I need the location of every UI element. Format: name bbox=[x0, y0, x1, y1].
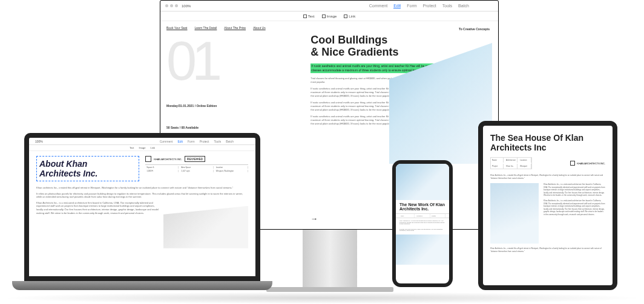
phone-device: The New Work Of Klan Architects Inc. Nam… bbox=[392, 160, 453, 287]
brand-row: KHAN ARCHITECTS INC. REVIEWED bbox=[145, 156, 248, 162]
laptop-base bbox=[12, 281, 272, 290]
paragraph: Khan architects Inc., created this off-g… bbox=[36, 186, 248, 190]
grid-cell: Khan Inc. bbox=[505, 164, 518, 169]
grid-h2: Area Space bbox=[180, 166, 213, 169]
tab-tools[interactable]: Tools bbox=[214, 140, 222, 143]
nav-price[interactable]: About The Price bbox=[224, 26, 246, 30]
tablet-device: The Sea House Of Klan Architects Inc Nam… bbox=[478, 121, 617, 290]
phone-grid: Name Architecture Location bbox=[396, 213, 449, 218]
text-tool[interactable]: Text bbox=[303, 15, 315, 18]
tab-protect[interactable]: Protect bbox=[423, 4, 436, 8]
monitor-base bbox=[266, 287, 393, 292]
tablet-title: The Sea House Of Klan Architects Inc bbox=[490, 133, 605, 152]
brand-row: KHAN ARCHITECTS INC. bbox=[570, 157, 605, 169]
doc-nav: Book Your Seat Learn The Detail About Th… bbox=[166, 26, 296, 30]
grid-cell: Architecture bbox=[505, 158, 518, 163]
image-tool[interactable]: Image bbox=[322, 15, 337, 18]
floor-shadow bbox=[0, 292, 644, 304]
paragraph: Khan Architects Inc., created this off-g… bbox=[490, 174, 605, 179]
subtitle: To Creative Concepts bbox=[310, 27, 490, 31]
window-controls[interactable] bbox=[165, 4, 178, 7]
building-image bbox=[490, 183, 539, 244]
tab-comment[interactable]: Comment bbox=[160, 140, 173, 143]
seats-line: 50 Seats / 08 Available bbox=[166, 126, 296, 129]
tab-batch[interactable]: Batch bbox=[226, 140, 234, 143]
nav-learn[interactable]: Learn The Detail bbox=[194, 26, 217, 30]
grid-h1: Square ft. bbox=[145, 166, 179, 169]
text-tool[interactable]: Text bbox=[130, 146, 134, 149]
main-tabs: Comment Edit Form Protect Tools Batch bbox=[369, 4, 469, 8]
link-icon bbox=[344, 15, 347, 18]
grid-cell: Project bbox=[491, 164, 504, 169]
tab-form[interactable]: Form bbox=[188, 140, 195, 143]
about-heading-selected[interactable]: About KhanArchitects Inc. bbox=[36, 156, 139, 181]
reviewed-stamp: REVIEWED bbox=[185, 156, 206, 162]
zoom-level[interactable]: 100% bbox=[182, 4, 191, 8]
tab-edit[interactable]: Edit bbox=[177, 140, 183, 143]
paragraph: Khan Architects Inc., is a mid-sized arc… bbox=[544, 183, 605, 197]
laptop-document: About KhanArchitects Inc. KHAN ARCHITECT… bbox=[29, 151, 255, 276]
date-line: Monday/31.01.2021 / Online Edition bbox=[166, 104, 296, 108]
grid-v1: 1,000 Ft bbox=[145, 170, 179, 172]
laptop-tabs: Comment Edit Form Protect Tools Batch bbox=[160, 140, 234, 143]
tab-form[interactable]: Form bbox=[407, 4, 416, 8]
grid-cell: Location bbox=[519, 158, 531, 163]
tab-tools[interactable]: Tools bbox=[442, 4, 452, 8]
building-image bbox=[396, 234, 449, 265]
tab-edit[interactable]: Edit bbox=[393, 4, 401, 8]
grid-cell: Architecture bbox=[415, 214, 430, 218]
edit-subtoolbar: Text Image Link bbox=[160, 11, 498, 21]
big-number: 01 bbox=[166, 37, 296, 86]
paragraph: It relies on photovoltaic panels for ele… bbox=[36, 192, 248, 199]
grid-v2: 2,417 sqm bbox=[180, 170, 213, 172]
info-grid: Square ft. Area Space Location 1,000 Ft … bbox=[145, 164, 248, 172]
tab-batch[interactable]: Batch bbox=[458, 4, 469, 8]
grid-cell: Location bbox=[430, 214, 445, 218]
paragraph: Khan Architects Inc., is a mid-sized arc… bbox=[396, 218, 449, 227]
brand-name: KHAN ARCHITECTS INC. bbox=[577, 162, 605, 165]
tablet-grid: Name Architecture Location Project Khan … bbox=[490, 157, 532, 169]
laptop-toolbar: 100% Comment Edit Form Protect Tools Bat… bbox=[29, 138, 255, 145]
tab-comment[interactable]: Comment bbox=[369, 4, 387, 8]
grid-cell: Westport bbox=[519, 164, 531, 169]
grid-cell: Name bbox=[399, 214, 415, 218]
image-icon bbox=[322, 15, 326, 18]
brand-logo-icon bbox=[570, 161, 575, 166]
hero-image bbox=[396, 164, 449, 200]
monitor-stand bbox=[303, 230, 357, 290]
laptop-device: 100% Comment Edit Form Protect Tools Bat… bbox=[24, 133, 260, 281]
laptop-subtoolbar: Text Image Link bbox=[29, 145, 255, 151]
text-icon bbox=[303, 15, 307, 18]
nav-book[interactable]: Book Your Seat bbox=[166, 26, 187, 30]
brand-name: KHAN ARCHITECTS INC. bbox=[154, 158, 182, 161]
grid-h3: Location bbox=[215, 166, 248, 169]
link-tool[interactable]: Link bbox=[344, 15, 355, 18]
zoom-level[interactable]: 100% bbox=[35, 140, 43, 143]
app-toolbar: 100% Comment Edit Form Protect Tools Bat… bbox=[160, 1, 498, 11]
link-tool[interactable]: Link bbox=[151, 146, 155, 149]
paragraph: Khan Architects Inc., is a mid-sized arc… bbox=[36, 201, 159, 246]
grid-v3: Westport, Washington bbox=[215, 170, 248, 172]
brand-logo-icon bbox=[145, 156, 151, 162]
nav-about[interactable]: About Us bbox=[253, 26, 266, 30]
paragraph: Khan Architects Inc., created this off-g… bbox=[490, 247, 605, 253]
grid-cell: Name bbox=[491, 158, 504, 163]
building-image bbox=[163, 206, 248, 248]
paragraph: Khan Architects Inc., is a mid-sized arc… bbox=[544, 199, 605, 216]
phone-title: The New Work Of Klan Architects Inc. bbox=[396, 200, 449, 213]
tab-protect[interactable]: Protect bbox=[200, 140, 209, 143]
paragraph: Buildings and airport complexes, locally… bbox=[396, 227, 449, 233]
image-tool[interactable]: Image bbox=[139, 146, 145, 149]
